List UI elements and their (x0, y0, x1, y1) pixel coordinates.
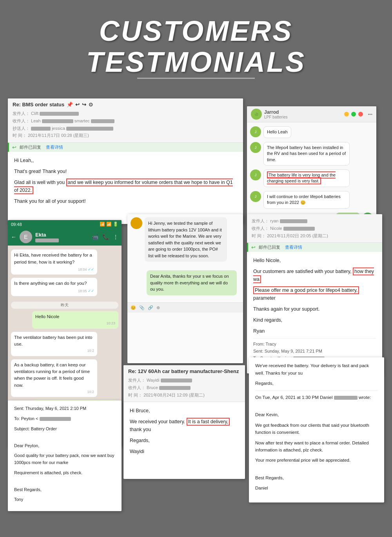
email-bruce-header: Re: 12V 60Ah car battery manufacturer-Sh… (123, 365, 245, 402)
jarrod-bubble3: The battery life is very long and the ch… (263, 169, 350, 187)
email-divider (255, 390, 378, 391)
kevin-regards: Regards, (255, 380, 378, 387)
email-peyton-card: Sent: Thursday, May 6, 2021 2:10 PM To: … (8, 400, 122, 511)
chat-jenny-card: Hi Jenny, we tested the sample of lithiu… (127, 214, 243, 363)
nicole-body1: Our customers are satisfied with your ba… (253, 268, 376, 283)
bruce-greeting: Hi Bruce, (130, 407, 239, 415)
kevin-body1: We got feedback from our clients that sa… (255, 422, 378, 436)
reply-icon: ↩ (75, 102, 80, 107)
jarrod-bubble2: The lifepo4 battery has been installed i… (263, 142, 350, 166)
bruce-name: Wayidi (130, 448, 239, 455)
jenny-sent1-wrapper: Dear Anita, thanks for your s we focus o… (127, 269, 243, 302)
header-divider (137, 78, 255, 79)
more-options-icon[interactable]: ••• (368, 112, 372, 117)
peyton-body1: Good quality for your battery pack, now … (14, 452, 115, 466)
nicole-greeting: Hello Nicole, (253, 257, 376, 264)
page-title-line2: TESTMONIALS (8, 47, 384, 78)
wa-more-icon[interactable]: ⋮ (113, 234, 118, 240)
nicole-body2: Please offer me a good price for lifepo4… (253, 286, 376, 302)
link-icon[interactable]: 🔗 (148, 305, 153, 310)
kevin-daniel: Daniel (255, 484, 378, 491)
bruce-highlight: It is a fast delivery, (187, 418, 230, 426)
kevin-daniel-wrote: On Tue, Apr 6, 2021 at 1:30 PM Daniel wr… (255, 394, 378, 401)
wa-time: 09:48 (11, 222, 22, 227)
close-button[interactable] (358, 112, 363, 117)
email-nicole-body: Hello Nicole, Our customers are satisfie… (247, 252, 382, 373)
email-bms-header: Re: BMS order status 📌 ↩ ↪ ⊙ 发件人： Clift … (8, 98, 243, 143)
bruce-regards: Regards, (130, 437, 239, 444)
maximize-button[interactable] (351, 112, 356, 117)
email-bruce-meta: 发件人： Wayidi 收件人： Bruce 时 间： 2021年08月24日 … (128, 377, 240, 399)
jarrod-msg4-avatar: J (250, 191, 261, 202)
cc-blurred2 (66, 127, 113, 131)
wa-sent1: Hello Nicole 10:23 (32, 311, 118, 329)
plus-icon[interactable]: ⊕ (156, 305, 160, 310)
more-icon: ⊙ (89, 102, 93, 107)
email-bruce-subject: Re: 12V 60Ah car battery manufacturer-Sh… (128, 368, 240, 374)
wa-date-divider: 昨天 (11, 299, 118, 311)
wa-call-icon[interactable]: 📞 (102, 234, 109, 240)
bruce-body1: We received your battery. It is a fast d… (130, 418, 239, 433)
jenny-recv1: Hi Jenny, we tested the sample of lithiu… (127, 214, 243, 265)
kevin-regards2: Best Regards, (255, 474, 378, 481)
peyton-subject: Subject: Battery Order (14, 426, 115, 433)
to-blurred (42, 119, 73, 123)
jenny-input-bar[interactable]: 😊 📎 🔗 ⊕ (127, 302, 243, 313)
wa-status-bar: 09:48 📶 📶 🔋 (8, 220, 122, 228)
page-title-line1: CUSTOMERS (8, 16, 384, 47)
minimize-button[interactable] (344, 112, 349, 117)
attach-icon[interactable]: 📎 (139, 305, 145, 310)
wa-recv1: Hi Ekta, have received the battery for a… (11, 249, 97, 275)
email-nicole-meta: 发件人： ryan 收件人： Nicole 时 间： 2021年11月02日 2… (252, 217, 377, 239)
email-bms-subject: Re: BMS order status 📌 ↩ ↪ ⊙ (13, 102, 238, 107)
peyton-greeting: Dear Peyton, (14, 442, 115, 450)
nicole-body4: Kind regards, (253, 316, 376, 324)
nicole-replied-icon: ↩ (251, 244, 256, 250)
bruce-from-blur (161, 379, 192, 382)
email-peyton-body: Sent: Thursday, May 6, 2021 2:10 PM To: … (8, 400, 122, 511)
jenny-sent1: Dear Anita, thanks for your s we focus o… (147, 270, 237, 295)
peyton-regards: Best Regards, (14, 486, 115, 493)
email-bms-card: Re: BMS order status 📌 ↩ ↪ ⊙ 发件人： Clift … (8, 98, 243, 224)
kevin-tracy-recv: We've received the battery. Your deliver… (255, 362, 378, 377)
email-nicole-card: 发件人： ryan 收件人： Nicole 时 间： 2021年11月02日 2… (247, 214, 382, 373)
jarrod-bubble4: I will continue to order lifepo4 batteri… (263, 191, 350, 209)
peyton-body2: Requirement is attached, pls check. (14, 470, 115, 477)
nicole-from-blur (280, 219, 307, 223)
jarrod-highlight: The battery life is very long and the ch… (267, 171, 336, 184)
nicole-to-blur (283, 227, 315, 231)
wa-video-icon[interactable]: 📹 (92, 234, 98, 240)
wa-back-icon[interactable]: ← (11, 234, 16, 240)
email-bms-replied: ↩ 邮件已回复 查看详情 (8, 143, 243, 152)
jarrod-msg2: J The lifepo4 battery has been installed… (250, 142, 373, 166)
kevin-body2: Now after test they want to place a form… (255, 439, 378, 454)
email-bruce-card: Re: 12V 60Ah car battery manufacturer-Sh… (123, 365, 245, 479)
pin-icon: 📌 (67, 102, 73, 107)
chat-jarrod-header: 🟢 Jarrod LPF batteries ••• (247, 106, 376, 122)
bms-greeting: Hi Leah,, (14, 157, 237, 164)
peyton-sent: Sent: Thursday, May 6, 2021 2:10 PM (14, 405, 115, 412)
to-domain-blurred (91, 119, 114, 123)
ekta-name: Ekta (35, 232, 59, 238)
peyton-name: Tony (14, 496, 115, 503)
subject-text: Re: BMS order status (13, 102, 64, 107)
email-bms-body: Hi Leah,, That's great! Thank you! Glad … (8, 152, 243, 213)
jarrod-msg3-avatar: J (250, 169, 261, 180)
jenny-avatar (131, 217, 142, 229)
wa-recv4: As a backup battery, it can keep our ven… (11, 359, 97, 397)
peyton-to: To: Peyton < (14, 415, 115, 422)
nicole-highlight2: Please offer me a good price for lifepo4… (253, 286, 359, 294)
email-nicole-header: 发件人： ryan 收件人： Nicole 时 间： 2021年11月02日 2… (247, 214, 382, 243)
jenny-bubble1: Hi Jenny, we tested the sample of lithiu… (145, 217, 227, 262)
jarrod-bubble1: Hello Leah (263, 126, 291, 138)
testimonials-collage: Re: BMS order status 📌 ↩ ↪ ⊙ 发件人： Clift … (8, 98, 384, 530)
email-nicole-replied: ↩ 邮件已回复 查看详情 (247, 243, 382, 252)
jarrod-subtitle: LPF batteries (264, 115, 287, 119)
wa-actions: 📹 📞 ⋮ (92, 234, 118, 240)
emoji-icon[interactable]: 😊 (131, 305, 136, 310)
page-header: CUSTOMERS TESTMONIALS (0, 0, 392, 98)
kevin-body3: Your more preferential price will be app… (255, 457, 378, 464)
bms-line2: Glad all is well with you and we will ke… (14, 178, 237, 194)
wa-recv2: Is there anything we can do for you? 18:… (11, 278, 97, 296)
jarrod-msg3: J The battery life is very long and the … (250, 169, 373, 187)
